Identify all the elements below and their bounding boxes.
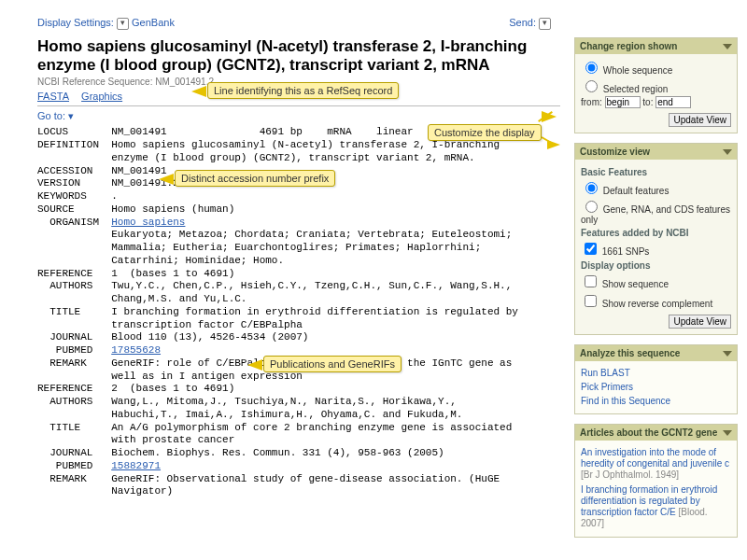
radio-gene-rna-cds[interactable]: Gene, RNA, and CDS features only: [581, 198, 731, 225]
chevron-down-icon[interactable]: [723, 44, 732, 49]
chevron-down-icon[interactable]: ▾: [117, 18, 129, 30]
panel-title: Articles about the GCNT2 gene: [580, 427, 717, 438]
radio-selected-region[interactable]: Selected region: [581, 77, 731, 94]
panel-title: Customize view: [580, 147, 650, 157]
display-settings-link[interactable]: Display Settings:: [37, 17, 114, 28]
panel-customize-view: Customize view Basic Features Default fe…: [574, 143, 738, 335]
panel-articles: Articles about the GCNT2 gene An investi…: [574, 424, 738, 538]
organism-link[interactable]: Homo sapiens: [111, 217, 185, 228]
panel-title: Analyze this sequence: [580, 348, 680, 358]
panel-analyze: Analyze this sequence Run BLAST Pick Pri…: [574, 344, 738, 414]
radio-default-features[interactable]: Default features: [581, 179, 731, 196]
callout-pubs-generifs: Publications and GeneRIFs: [263, 356, 402, 372]
send-link[interactable]: Send:: [509, 17, 536, 28]
panel-change-region: Change region shown Whole sequence Selec…: [574, 37, 738, 133]
fasta-link[interactable]: FASTA: [37, 91, 69, 102]
from-input[interactable]: [605, 96, 641, 108]
checkbox-show-sequence[interactable]: Show sequence: [581, 273, 731, 290]
arrow-icon: [159, 174, 174, 185]
basic-features-heading: Basic Features: [581, 167, 731, 177]
arrow-icon: [542, 111, 557, 122]
chevron-down-icon[interactable]: ▾: [539, 18, 551, 30]
article-link[interactable]: An investigation into the mode of heredi…: [581, 445, 731, 483]
panel-title: Change region shown: [580, 41, 677, 51]
top-toolbar: Display Settings: ▾ GenBank Send: ▾: [37, 17, 560, 30]
callout-accession-prefix: Distinct accession number prefix: [175, 170, 335, 187]
checkbox-show-revcomp[interactable]: Show reverse complement: [581, 292, 731, 310]
graphics-link[interactable]: Graphics: [81, 91, 122, 102]
pubmed-link[interactable]: 17855628: [111, 344, 161, 356]
find-in-sequence-link[interactable]: Find in this Sequence: [581, 394, 731, 408]
chevron-down-icon[interactable]: [723, 351, 732, 357]
format-label: GenBank: [132, 17, 175, 28]
chevron-down-icon[interactable]: [723, 149, 732, 155]
arrow-icon: [247, 359, 262, 371]
checkbox-snps[interactable]: 1661 SNPs: [581, 240, 731, 258]
arrow-icon: [547, 140, 560, 149]
callout-refseq-line: Line identifying this as a RefSeq record: [207, 82, 399, 99]
callout-customize-display: Customize the display: [428, 124, 542, 141]
chevron-down-icon[interactable]: [723, 430, 732, 436]
arrow-icon: [191, 86, 206, 97]
pubmed-link[interactable]: 15882971: [111, 460, 161, 471]
update-view-button[interactable]: Update View: [669, 113, 731, 127]
display-options-heading: Display options: [581, 260, 731, 271]
ncbi-features-heading: Features added by NCBI: [581, 228, 731, 238]
goto-link[interactable]: Go to:: [37, 110, 65, 121]
divider: [37, 105, 560, 106]
run-blast-link[interactable]: Run BLAST: [581, 366, 731, 380]
to-input[interactable]: [655, 96, 691, 108]
pick-primers-link[interactable]: Pick Primers: [581, 380, 731, 394]
chevron-down-icon[interactable]: ▾: [68, 110, 74, 121]
radio-whole-sequence[interactable]: Whole sequence: [581, 59, 731, 76]
update-view-button[interactable]: Update View: [669, 315, 731, 329]
article-link[interactable]: I branching formation in erythroid diffe…: [581, 483, 731, 531]
record-title: Homo sapiens glucosaminyl (N-acetyl) tra…: [37, 37, 560, 76]
